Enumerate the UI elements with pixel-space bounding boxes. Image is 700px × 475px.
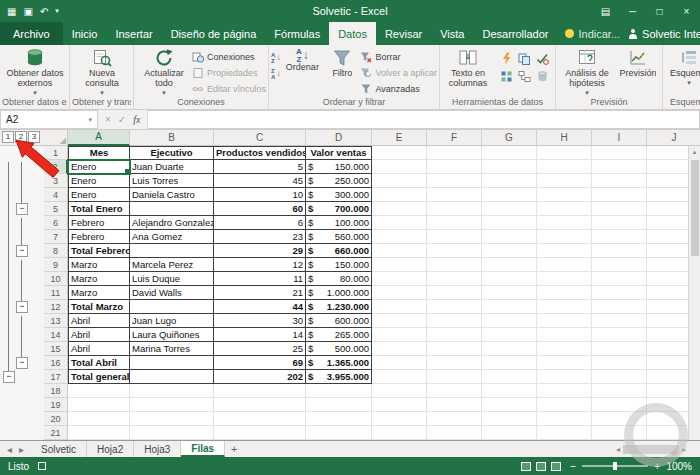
new-query-button[interactable]: Nueva consulta ▾ bbox=[72, 46, 132, 96]
cell-I13[interactable] bbox=[592, 314, 647, 328]
cell-E18[interactable] bbox=[372, 384, 427, 398]
cell-E21[interactable] bbox=[372, 426, 427, 440]
cell-G10[interactable] bbox=[482, 272, 537, 286]
row-header-14[interactable]: 14 bbox=[44, 328, 68, 342]
what-if-analysis-button[interactable]: Análisis de hipótesis ▾ bbox=[558, 46, 616, 96]
cell-A18[interactable] bbox=[68, 384, 130, 398]
cell-H16[interactable] bbox=[537, 356, 592, 370]
sort-button[interactable]: AZ ↓ Ordenar bbox=[280, 46, 324, 73]
row-header-20[interactable]: 20 bbox=[44, 412, 68, 426]
cell-H5[interactable] bbox=[537, 202, 592, 216]
flash-fill-button[interactable] bbox=[498, 50, 515, 67]
cell-E1[interactable] bbox=[372, 146, 427, 160]
cell-H18[interactable] bbox=[537, 384, 592, 398]
cell-D19[interactable] bbox=[306, 398, 372, 412]
cell-I16[interactable] bbox=[592, 356, 647, 370]
cell-G7[interactable] bbox=[482, 230, 537, 244]
cell-H6[interactable] bbox=[537, 216, 592, 230]
sheet-tab-filas[interactable]: Filas bbox=[181, 441, 225, 457]
column-header-i[interactable]: I bbox=[592, 130, 647, 146]
cell-E8[interactable] bbox=[372, 244, 427, 258]
undo-icon[interactable]: ↶ bbox=[40, 6, 48, 17]
sheet-nav-right-icon[interactable]: ▸ bbox=[19, 444, 24, 455]
cell-I9[interactable] bbox=[592, 258, 647, 272]
cell-C3[interactable]: 45 bbox=[214, 174, 306, 188]
cell-C4[interactable]: 10 bbox=[214, 188, 306, 202]
maximize-icon[interactable]: □ bbox=[646, 0, 673, 22]
cell-D11[interactable]: $1.000.000 bbox=[306, 286, 372, 300]
ribbon-tab-vista[interactable]: Vista bbox=[431, 22, 473, 45]
cell-I19[interactable] bbox=[592, 398, 647, 412]
cell-E4[interactable] bbox=[372, 188, 427, 202]
sort-ascending-button[interactable]: AZ ↓ bbox=[271, 50, 280, 65]
cell-C17[interactable]: 202 bbox=[214, 370, 306, 384]
cell-D9[interactable]: $150.000 bbox=[306, 258, 372, 272]
ribbon-tab-formulas[interactable]: Fórmulas bbox=[265, 22, 329, 45]
cell-F12[interactable] bbox=[427, 300, 482, 314]
file-tab[interactable]: Archivo bbox=[0, 22, 63, 45]
cell-A19[interactable] bbox=[68, 398, 130, 412]
cell-G12[interactable] bbox=[482, 300, 537, 314]
cell-F9[interactable] bbox=[427, 258, 482, 272]
cell-B10[interactable]: Luis Duque bbox=[130, 272, 214, 286]
forecast-sheet-button[interactable]: Previsión bbox=[616, 46, 660, 79]
cell-H14[interactable] bbox=[537, 328, 592, 342]
cell-E5[interactable] bbox=[372, 202, 427, 216]
cell-C2[interactable]: 5 bbox=[214, 160, 306, 174]
ribbon-tab-revisar[interactable]: Revisar bbox=[376, 22, 431, 45]
cell-D14[interactable]: $265.000 bbox=[306, 328, 372, 342]
minimize-icon[interactable]: ─ bbox=[619, 0, 646, 22]
column-header-d[interactable]: D bbox=[306, 130, 372, 146]
cell-E10[interactable] bbox=[372, 272, 427, 286]
save-icon[interactable]: ▣ bbox=[23, 6, 32, 17]
cell-B7[interactable]: Ana Gomez bbox=[130, 230, 214, 244]
manage-data-model-button[interactable] bbox=[534, 68, 551, 85]
cell-B19[interactable] bbox=[130, 398, 214, 412]
cell-G16[interactable] bbox=[482, 356, 537, 370]
cell-A20[interactable] bbox=[68, 412, 130, 426]
cell-I8[interactable] bbox=[592, 244, 647, 258]
cell-D4[interactable]: $300.000 bbox=[306, 188, 372, 202]
cell-D16[interactable]: $1.365.000 bbox=[306, 356, 372, 370]
cell-A8[interactable]: Total Febrero bbox=[68, 244, 130, 258]
cell-G3[interactable] bbox=[482, 174, 537, 188]
cell-G2[interactable] bbox=[482, 160, 537, 174]
cell-A17[interactable]: Total general bbox=[68, 370, 130, 384]
cell-A14[interactable]: Abril bbox=[68, 328, 130, 342]
cell-G11[interactable] bbox=[482, 286, 537, 300]
relationships-button[interactable] bbox=[516, 68, 533, 85]
row-header-21[interactable]: 21 bbox=[44, 426, 68, 440]
cell-C11[interactable]: 21 bbox=[214, 286, 306, 300]
ribbon-tab-inicio[interactable]: Inicio bbox=[63, 22, 107, 45]
cell-E12[interactable] bbox=[372, 300, 427, 314]
cell-H17[interactable] bbox=[537, 370, 592, 384]
cell-B17[interactable] bbox=[130, 370, 214, 384]
cell-G13[interactable] bbox=[482, 314, 537, 328]
scroll-left-icon[interactable]: ◂ bbox=[616, 445, 620, 454]
cell-C13[interactable]: 30 bbox=[214, 314, 306, 328]
cell-E2[interactable] bbox=[372, 160, 427, 174]
cell-I20[interactable] bbox=[592, 412, 647, 426]
cell-A7[interactable]: Febrero bbox=[68, 230, 130, 244]
cell-C9[interactable]: 12 bbox=[214, 258, 306, 272]
sheet-nav-left-icon[interactable]: ◂ bbox=[7, 444, 12, 455]
text-to-columns-button[interactable]: Texto en columnas bbox=[442, 46, 494, 89]
cell-I21[interactable] bbox=[592, 426, 647, 440]
cell-A1[interactable]: Mes bbox=[68, 146, 130, 160]
advanced-filter-button[interactable]: Avanzadas bbox=[360, 81, 437, 96]
column-header-h[interactable]: H bbox=[537, 130, 592, 146]
row-header-11[interactable]: 11 bbox=[44, 286, 68, 300]
zoom-slider-thumb[interactable] bbox=[613, 462, 617, 470]
cell-H21[interactable] bbox=[537, 426, 592, 440]
cell-F2[interactable] bbox=[427, 160, 482, 174]
sheet-tab-hoja2[interactable]: Hoja2 bbox=[87, 441, 134, 457]
cell-H11[interactable] bbox=[537, 286, 592, 300]
refresh-all-button[interactable]: Actualizar todo ▾ bbox=[136, 46, 192, 96]
cell-C15[interactable]: 25 bbox=[214, 342, 306, 356]
cell-D13[interactable]: $600.000 bbox=[306, 314, 372, 328]
zoom-level[interactable]: 100% bbox=[666, 461, 692, 472]
cell-F8[interactable] bbox=[427, 244, 482, 258]
column-header-b[interactable]: B bbox=[130, 130, 214, 146]
row-header-19[interactable]: 19 bbox=[44, 398, 68, 412]
row-header-9[interactable]: 9 bbox=[44, 258, 68, 272]
